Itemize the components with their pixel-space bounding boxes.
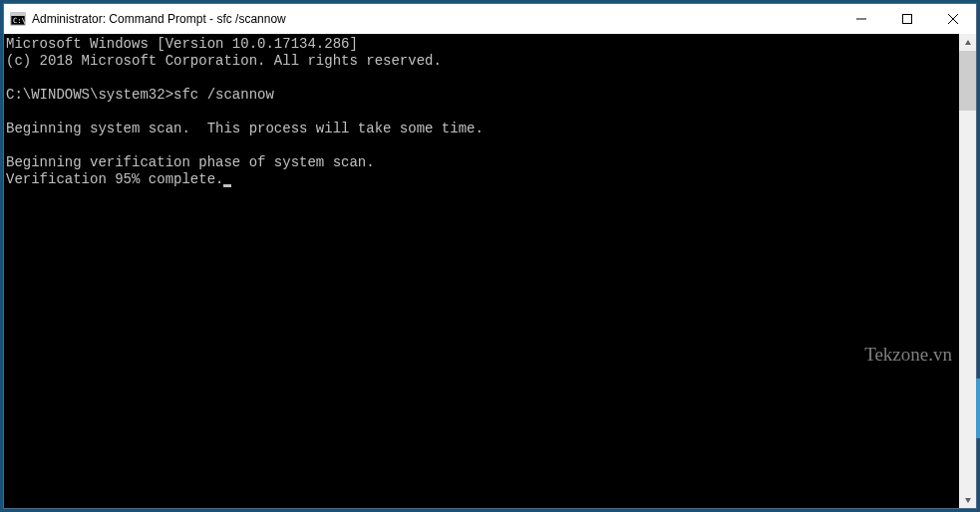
window-title: Administrator: Command Prompt - sfc /sca… [32,12,286,26]
svg-rect-1 [11,13,25,16]
text-cursor [223,184,231,187]
svg-rect-4 [903,15,912,24]
minimize-button[interactable] [838,4,884,34]
svg-marker-8 [965,498,971,503]
scroll-down-button[interactable] [959,491,976,508]
scroll-thumb[interactable] [959,51,976,111]
prompt-line: C:\WINDOWS\system32>sfc /scannow [6,87,274,103]
vertical-scrollbar[interactable] [959,34,976,508]
terminal-output[interactable]: Microsoft Windows [Version 10.0.17134.28… [4,34,959,508]
svg-text:C:\: C:\ [13,17,26,25]
output-line: Microsoft Windows [Version 10.0.17134.28… [6,36,358,52]
maximize-button[interactable] [884,4,930,34]
output-line: Verification 95% complete. [6,171,223,187]
svg-marker-7 [965,40,971,45]
titlebar[interactable]: C:\ Administrator: Command Prompt - sfc … [4,4,976,34]
window-controls [838,4,976,34]
output-line: Beginning verification phase of system s… [6,154,375,170]
scroll-up-button[interactable] [959,34,976,51]
output-line: Beginning system scan. This process will… [6,121,484,136]
cmd-icon: C:\ [10,11,26,27]
terminal-area: Microsoft Windows [Version 10.0.17134.28… [4,34,976,508]
close-button[interactable] [930,4,976,34]
command-prompt-window: C:\ Administrator: Command Prompt - sfc … [3,3,977,509]
background-accent [976,379,980,438]
output-line: (c) 2018 Microsoft Corporation. All righ… [6,53,442,69]
